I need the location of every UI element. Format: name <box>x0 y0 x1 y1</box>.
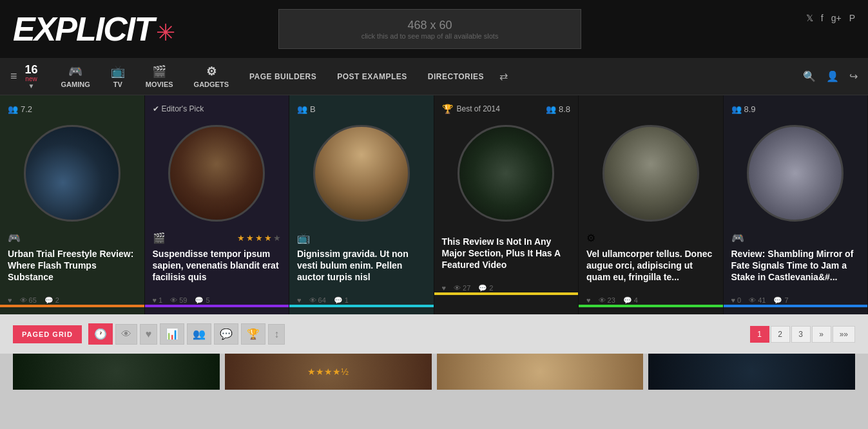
card-2-title: Suspendisse tempor ipsum sapien, venenat… <box>153 248 282 283</box>
filter-clock-icon[interactable]: 🕐 <box>88 323 113 345</box>
header: EXPLICIT✳ 468 x 60 click this ad to see … <box>0 0 868 58</box>
carousel-card-6[interactable]: 👥 8.9 🎮 Review: Shambling Mirror of Fate… <box>724 95 869 314</box>
filter-comment-icon[interactable]: 💬 <box>214 323 238 345</box>
card-3-score: 👥 B <box>297 104 316 114</box>
page-last-button[interactable]: »» <box>833 326 855 343</box>
card-1-views: 👁 65 <box>20 296 37 304</box>
twitter-icon[interactable]: 𝕏 <box>806 13 813 23</box>
check-icon: ✔ <box>153 104 159 113</box>
filter-users-icon[interactable]: 👥 <box>187 323 211 345</box>
card-3-type-row: 📺 <box>289 228 434 245</box>
gaming-icon: 🎮 <box>68 64 82 79</box>
grid-left-controls: PAGED GRID 🕐 👁 ♥ 📊 👥 💬 🏆 ↕ <box>13 323 285 345</box>
nav-gadgets[interactable]: ⚙ GADGETS <box>184 64 239 88</box>
thumb-3[interactable] <box>437 354 644 390</box>
eye-icon: 👁 <box>170 296 177 304</box>
star-half: ★ <box>264 233 272 243</box>
heart-icon: ♥ <box>297 296 302 304</box>
filter-sort-icon[interactable]: ↕ <box>268 324 285 345</box>
filter-trophy-icon[interactable]: 🏆 <box>241 323 265 345</box>
card-2-likes: ♥ 1 <box>153 296 163 304</box>
card-2-views: 👁 59 <box>170 296 187 304</box>
card-5-comments: 💬 4 <box>623 296 638 305</box>
thumb-1[interactable] <box>13 354 220 390</box>
card-2-type-icon: 🎬 <box>153 232 166 244</box>
card-1-likes: ♥ <box>8 296 12 304</box>
nav-directories[interactable]: DIRECTORIES <box>418 72 494 81</box>
nav-gaming[interactable]: 🎮 GAMING <box>51 64 101 88</box>
star-3: ★ <box>255 233 263 243</box>
paged-grid-section: PAGED GRID 🕐 👁 ♥ 📊 👥 💬 🏆 ↕ 1 2 3 » »» ★★… <box>0 314 868 396</box>
carousel-card-1[interactable]: 👥 7.2 🎮 Urban Trial Freestyle Review: Wh… <box>0 95 145 314</box>
carousel-card-4[interactable]: 🏆 Best of 2014 👥 8.8 This Review Is Not … <box>434 95 579 314</box>
page-2-button[interactable]: 2 <box>771 326 790 343</box>
notifications-badge[interactable]: 16 new ▼ <box>25 64 38 90</box>
score-icon: 👥 <box>8 104 18 114</box>
filter-chart-icon[interactable]: 📊 <box>160 323 184 345</box>
card-5-image <box>603 125 699 222</box>
card-3-comments: 💬 1 <box>334 296 349 305</box>
login-icon[interactable]: ↪ <box>849 70 858 82</box>
nav-page-builders[interactable]: PAGE BUILDERS <box>239 72 327 81</box>
editor-pick-badge: ✔ Editor's Pick <box>153 104 204 113</box>
star-1: ★ <box>237 233 245 243</box>
card-4-likes: ♥ <box>442 284 447 292</box>
shuffle-icon[interactable]: ⇄ <box>499 70 508 82</box>
card-5-content: Vel ullamcorper tellus. Donec augue orci… <box>579 245 723 292</box>
card-3-meta: ♥ 👁 64 💬 1 <box>289 292 434 305</box>
card-4-views: 👁 27 <box>454 284 470 292</box>
carousel-card-3[interactable]: 👥 B 📺 Dignissim gravida. Ut non vesti bu… <box>289 95 434 314</box>
card-4-topbar: 🏆 Best of 2014 👥 8.8 <box>434 95 579 116</box>
card-3-title: Dignissim gravida. Ut non vesti bulum en… <box>297 248 426 283</box>
badge-arrow-icon: ▼ <box>28 82 35 90</box>
ad-banner[interactable]: 468 x 60 click this ad to see map of all… <box>278 9 581 49</box>
paged-grid-button[interactable]: PAGED GRID <box>13 325 82 343</box>
nav-post-examples[interactable]: POST EXAMPLES <box>327 72 418 81</box>
tv-icon: 📺 <box>111 64 125 79</box>
card-2-image-wrapper <box>145 116 289 228</box>
gadgets-icon: ⚙ <box>206 64 217 79</box>
page-1-button[interactable]: 1 <box>750 326 769 343</box>
card-6-title: Review: Shambling Mirror of Fate Signals… <box>731 248 860 283</box>
filter-eye-icon[interactable]: 👁 <box>115 324 137 345</box>
card-3-image-wrapper <box>289 116 434 228</box>
score-icon: 👥 <box>731 104 742 114</box>
carousel-card-5[interactable]: ⚙ Vel ullamcorper tellus. Donec augue or… <box>579 95 724 314</box>
card-3-image <box>313 125 410 222</box>
googleplus-icon[interactable]: g+ <box>831 13 842 23</box>
card-1-bottom-bar <box>0 305 144 307</box>
hamburger-menu[interactable]: ≡ <box>10 70 17 83</box>
page-3-button[interactable]: 3 <box>791 326 811 343</box>
card-6-comments: 💬 7 <box>773 296 788 305</box>
thumb-4[interactable] <box>648 354 855 390</box>
card-2-rating: ★ ★ ★ ★ ★ <box>237 233 281 243</box>
facebook-icon[interactable]: f <box>821 13 824 23</box>
carousel-card-2[interactable]: ✔ Editor's Pick 🎬 ★ ★ ★ ★ ★ Suspendisse … <box>145 95 290 314</box>
page-next-button[interactable]: » <box>812 326 831 343</box>
eye-icon: 👁 <box>309 296 316 304</box>
eye-icon: 👁 <box>454 284 461 292</box>
card-2-comments: 💬 5 <box>195 296 209 305</box>
badge-count: 16 <box>25 64 38 75</box>
pinterest-icon[interactable]: P <box>849 13 855 23</box>
filter-heart-icon[interactable]: ♥ <box>140 324 158 345</box>
card-5-type-icon: ⚙ <box>586 232 595 244</box>
carousel: 👥 7.2 🎮 Urban Trial Freestyle Review: Wh… <box>0 95 868 314</box>
star-empty: ★ <box>273 233 281 243</box>
card-6-type-row: 🎮 <box>724 228 868 245</box>
tv-label: TV <box>113 81 122 88</box>
thumb-2[interactable]: ★★★★½ <box>225 354 432 390</box>
comment-icon: 💬 <box>334 296 343 305</box>
comment-icon: 💬 <box>195 296 204 305</box>
eye-icon: 👁 <box>599 296 606 304</box>
card-4-image-wrapper <box>434 116 579 228</box>
card-3-likes: ♥ <box>297 296 302 304</box>
card-6-views: 👁 41 <box>749 296 766 304</box>
user-icon[interactable]: 👤 <box>826 70 839 82</box>
nav-movies[interactable]: 🎬 MOVIES <box>135 64 184 88</box>
card-5-type-row: ⚙ <box>579 228 723 245</box>
card-4-bottom-bar <box>434 292 579 295</box>
search-icon[interactable]: 🔍 <box>803 70 816 82</box>
nav-tv[interactable]: 📺 TV <box>101 64 135 88</box>
card-2-meta: ♥ 1 👁 59 💬 5 <box>145 292 289 305</box>
